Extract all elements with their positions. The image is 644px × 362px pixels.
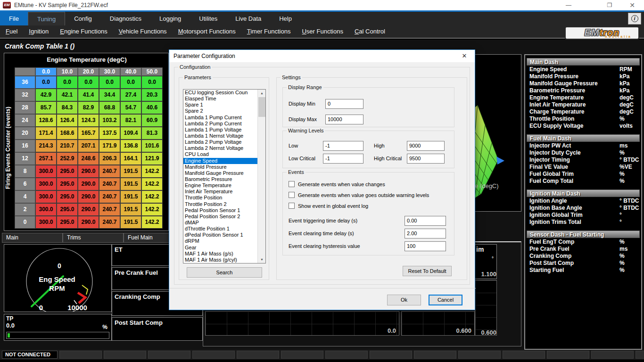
table-row-header[interactable]: 12: [15, 152, 35, 165]
search-button[interactable]: Search: [187, 267, 262, 278]
table-col-header[interactable]: 20.0: [78, 67, 99, 76]
dash-tab-main[interactable]: Main: [2, 233, 63, 243]
table-cell[interactable]: 34.4: [99, 89, 120, 101]
table-cell[interactable]: 206.3: [99, 152, 120, 165]
parameter-item-maf-1-air-mass-g-cyl[interactable]: MAF 1 Air Mass (g/cyl): [183, 257, 265, 263]
table-cell[interactable]: 240.7: [99, 216, 120, 229]
table-cell[interactable]: 191.5: [120, 178, 141, 190]
submenu-motorsport-functions[interactable]: Motorsport Functions: [173, 25, 241, 38]
checkbox-show-event-in-global-event-log[interactable]: [289, 203, 295, 209]
table-cell[interactable]: 0.0: [141, 76, 163, 89]
dash-item-label[interactable]: Engine Temperature: [529, 94, 584, 101]
submenu-user-functions[interactable]: User Functions: [296, 25, 348, 38]
dash-item-label[interactable]: ECU Supply Voltage: [529, 123, 583, 130]
table-cell[interactable]: 41.4: [78, 89, 99, 101]
menu-tuning[interactable]: Tuning: [28, 12, 65, 25]
parameter-item-drpm[interactable]: dRPM: [183, 238, 265, 244]
dash-item-label[interactable]: Starting Fuel: [529, 267, 564, 274]
dash-tab-trims[interactable]: Trims: [63, 233, 124, 243]
table-cell[interactable]: 142.2: [141, 165, 163, 178]
parameter-item-elasped-time[interactable]: Elasped Time: [183, 96, 265, 102]
table-cell[interactable]: 252.9: [57, 152, 78, 165]
table-row-header[interactable]: 24: [15, 114, 35, 127]
submenu-cal-control[interactable]: Cal Control: [349, 25, 391, 38]
table-cell[interactable]: 60.9: [141, 114, 163, 127]
event-field-input-event-clearing-time-delay-s[interactable]: 2.00: [405, 229, 446, 239]
table-cell[interactable]: 295.0: [57, 178, 78, 190]
table-cell[interactable]: 248.6: [78, 152, 99, 165]
dash-item-label[interactable]: Manifold Pressure: [529, 73, 578, 80]
warning-high-critical-input[interactable]: 9500: [407, 154, 445, 164]
dialog-title-bar[interactable]: Parameter Configuration ✕: [169, 50, 475, 62]
checkbox-generate-events-when-value-goes-outside-warning-levels[interactable]: [289, 192, 295, 198]
dash-item-label[interactable]: Pre Crank Fuel: [529, 246, 570, 253]
menu-live-data[interactable]: Live Data: [226, 12, 270, 25]
menu-utilites[interactable]: Utilites: [190, 12, 226, 25]
close-button-icon[interactable]: ✕: [625, 0, 639, 10]
parameter-item-ecu-logging-session-coun[interactable]: ECU logging Session Coun: [183, 90, 265, 96]
cancel-button[interactable]: Cancel: [429, 295, 462, 305]
dialog-close-icon[interactable]: ✕: [460, 50, 469, 62]
ok-button[interactable]: Ok: [387, 295, 421, 305]
table-cell[interactable]: 54.7: [120, 101, 141, 114]
table-cell[interactable]: 295.0: [57, 165, 78, 178]
table-cell[interactable]: 142.2: [141, 190, 163, 203]
parameter-item-dthrottle-position-1[interactable]: dThrottle Position 1: [183, 226, 265, 232]
parameter-item-engine-speed[interactable]: Engine Speed: [183, 158, 265, 164]
display-min-input[interactable]: 0: [325, 99, 363, 109]
dash-item-label[interactable]: Injector Timing: [529, 156, 570, 164]
parameter-item-manifold-pressure[interactable]: Manifold Pressure: [183, 164, 265, 170]
table-cell[interactable]: 191.5: [120, 165, 141, 178]
table-cell[interactable]: 240.7: [99, 190, 120, 203]
menu-diagnostics[interactable]: Diagnostics: [101, 12, 150, 25]
table-cell[interactable]: 128.6: [35, 114, 57, 127]
table-cell[interactable]: 300.0: [35, 216, 57, 229]
parameter-item-dmap[interactable]: dMAP: [183, 220, 265, 226]
menu-file[interactable]: File: [0, 12, 28, 25]
dash-item-label[interactable]: Final VE Value: [529, 164, 568, 171]
table-col-header[interactable]: 40.0: [120, 67, 141, 76]
parameter-item-lambda-2-pump-voltage[interactable]: Lambda 2 Pump Voltage: [183, 139, 265, 145]
table-cell[interactable]: 290.0: [78, 165, 99, 178]
submenu-fuel[interactable]: Fuel: [0, 25, 23, 38]
scroll-up-icon[interactable]: ▲: [258, 90, 266, 97]
dash-item-label[interactable]: Fuel Comp Total: [529, 178, 573, 185]
table-row-header[interactable]: 8: [15, 165, 35, 178]
minimize-button-icon[interactable]: —: [561, 0, 576, 10]
table-cell[interactable]: 240.7: [99, 203, 120, 216]
submenu-ignition[interactable]: Ignition: [23, 25, 54, 38]
table-cell[interactable]: 20.3: [141, 89, 163, 101]
table-row-header[interactable]: 0: [15, 216, 35, 229]
dash-item-label[interactable]: Ignition Trims Total: [529, 219, 581, 226]
table-cell[interactable]: 142.2: [141, 178, 163, 190]
dash-item-label[interactable]: Injector PW Act: [529, 142, 571, 149]
table-cell[interactable]: 103.2: [99, 114, 120, 127]
warning-low-input[interactable]: -1: [323, 141, 363, 151]
parameter-item-barometric-pressure[interactable]: Barometric Pressure: [183, 176, 265, 182]
dash-item-label[interactable]: Ignition Global Trim: [529, 212, 583, 219]
table-cell[interactable]: 240.7: [99, 165, 120, 178]
table-cell[interactable]: 164.1: [120, 152, 141, 165]
table-cell[interactable]: 171.9: [99, 140, 120, 152]
table-cell[interactable]: 300.0: [35, 165, 57, 178]
table-cell[interactable]: 191.5: [120, 190, 141, 203]
parameter-item-lambda-2-nernst-voltage[interactable]: Lambda 2 Nernst Voltage: [183, 145, 265, 151]
table-row-header[interactable]: 36: [15, 76, 35, 89]
table-cell[interactable]: 290.0: [78, 178, 99, 190]
table-cell[interactable]: 300.0: [35, 178, 57, 190]
table-cell[interactable]: 121.9: [141, 152, 163, 165]
dash-item-label[interactable]: Manifold Gauge Pressure: [529, 80, 598, 87]
parameter-item-inlet-air-temperature[interactable]: Inlet Air Temperature: [183, 189, 265, 195]
parameter-item-pedal-position-sensor-1[interactable]: Pedal Position Sensor 1: [183, 207, 265, 214]
dash-item-label[interactable]: Throttle Position: [529, 115, 574, 123]
table-cell[interactable]: 0.0: [78, 76, 99, 89]
table-cell[interactable]: 0.0: [120, 76, 141, 89]
dash-item-label[interactable]: Post Start Comp: [529, 260, 574, 267]
table-row-header[interactable]: 2: [15, 203, 35, 216]
table-cell[interactable]: 68.8: [99, 101, 120, 114]
table-cell[interactable]: 136.8: [120, 140, 141, 152]
table-cell[interactable]: 191.5: [120, 203, 141, 216]
warning-low-critical-input[interactable]: -1: [323, 154, 363, 164]
table-cell[interactable]: 84.3: [57, 101, 78, 114]
table-cell[interactable]: 85.7: [35, 101, 57, 114]
